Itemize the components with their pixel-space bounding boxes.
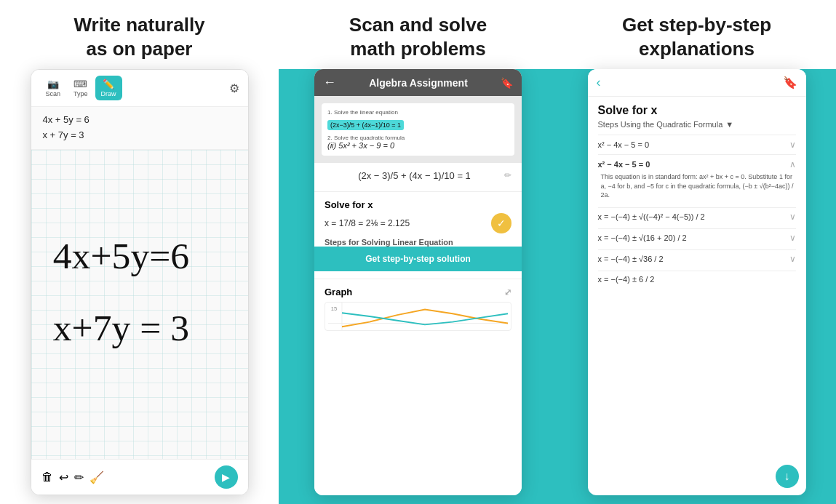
math-line-1: 4x + 5y = 6 (43, 113, 236, 128)
step-formula-eq-4: x = −(−4) ± 6 / 2 (598, 275, 655, 284)
chevron-icon-f1: ∨ (789, 212, 796, 222)
step-formula-eq-2: x = −(−4) ± √(16 + 20) / 2 (598, 233, 687, 242)
type-button[interactable]: ⌨ Type (68, 76, 94, 100)
keyboard-icon: ⌨ (73, 79, 87, 89)
graph-area: 15 (325, 302, 511, 331)
solve-value: x = 17/8 = 2⅛ = 2.125 (325, 218, 410, 228)
scroll-down-button[interactable]: ↓ (776, 465, 799, 488)
step-formula-eq-1: x = −(−4) ± √((−4)² − 4(−5)) / 2 (598, 212, 705, 221)
bookmark-icon[interactable]: 🔖 (501, 77, 513, 89)
graph-card: Graph ⤢ 15 (314, 279, 522, 495)
step-formula-1[interactable]: x = −(−4) ± √((−4)² − 4(−5)) / 2 ∨ (598, 207, 796, 225)
graph-title: Graph (325, 287, 352, 297)
expand-icon[interactable]: ⤢ (504, 287, 511, 297)
math-display: 4x + 5y = 6 x + 7y = 3 (31, 107, 248, 150)
header-title-2: Scan and solve math problems (293, 13, 543, 60)
step-formula-4[interactable]: x = −(−4) ± 6 / 2 (598, 271, 796, 287)
panel-scan: ← Algebra Assignment 🔖 1. Solve the line… (279, 69, 557, 504)
graph-svg: 15 (325, 303, 511, 330)
method-label: Steps Using the Quadratic Formula ▼ (598, 120, 796, 129)
bottom-tools: 🗑 ↩ ✏ 🧹 (41, 471, 104, 484)
draw-icon: ✏️ (103, 79, 114, 89)
phone-bottom-bar: 🗑 ↩ ✏ 🧹 ▶ (31, 459, 248, 495)
camera-icon: 📷 (47, 79, 59, 89)
solve-title: Solve for x (325, 199, 511, 210)
check-icon: ✓ (491, 213, 511, 233)
header: Write naturally as on paper Scan and sol… (0, 0, 836, 69)
steps-label: Steps for Solving Linear Equation (325, 238, 511, 247)
phone-toolbar: 📷 Scan ⌨ Type ✏️ Draw ⚙ (31, 70, 248, 107)
step-eq-2: x² − 4x − 5 = 0 (598, 160, 650, 169)
step-formula-eq-3: x = −(−4) ± √36 / 2 (598, 255, 664, 263)
panels: 📷 Scan ⌨ Type ✏️ Draw ⚙ 4x + 5y = 6 (0, 69, 836, 504)
header-col-2: Scan and solve math problems (279, 13, 557, 60)
header-col-3: Get step-by-step explanations (557, 13, 836, 60)
panel-steps: ‹ 🔖 Solve for x Steps Using the Quadrati… (557, 69, 836, 504)
scan-task-1: 1. Solve the linear equation (327, 109, 509, 116)
steps-phone-header: ‹ 🔖 (588, 69, 806, 97)
svg-text:4x+5y=6: 4x+5y=6 (52, 235, 188, 276)
handwriting-area[interactable]: 4x+5y=6 x+7y = 3 (31, 150, 248, 459)
header-col-1: Write naturally as on paper (0, 13, 279, 60)
back-button-steps[interactable]: ‹ (597, 75, 601, 90)
step-solution-button[interactable]: Get step-by-step solution (314, 247, 522, 271)
chevron-down-icon-1: ∨ (789, 140, 796, 150)
step-expanded-2: x² − 4x − 5 = 0 ∧ This equation is in st… (598, 154, 796, 207)
scan-label: Scan (46, 90, 61, 97)
back-button[interactable]: ← (323, 75, 336, 90)
result-card: ✏ (2x − 3)/5 + (4x − 1)/10 = 1 (314, 163, 522, 192)
partial-equation: (ii) 5x² + 3x − 9 = 0 (327, 141, 509, 150)
draw-button[interactable]: ✏️ Draw (95, 76, 122, 100)
scan-title: Algebra Assignment (343, 77, 493, 89)
highlighted-equation: (2x−3)/5 + (4x−1)/10 = 1 (327, 120, 404, 130)
step-row-1[interactable]: x² − 4x − 5 = 0 ∨ (598, 135, 796, 154)
chevron-icon-f2: ∨ (789, 233, 796, 243)
phone-write: 📷 Scan ⌨ Type ✏️ Draw ⚙ 4x + 5y = 6 (31, 69, 249, 495)
step-formula-3[interactable]: x = −(−4) ± √36 / 2 ∨ (598, 249, 796, 268)
bookmark-icon-steps[interactable]: 🔖 (783, 76, 797, 89)
step-eq-1: x² − 4x − 5 = 0 (598, 140, 650, 149)
type-label: Type (73, 90, 88, 97)
phone-steps: ‹ 🔖 Solve for x Steps Using the Quadrati… (588, 69, 806, 495)
steps-content: Solve for x Steps Using the Quadratic Fo… (588, 97, 806, 495)
step-formula-rows: x = −(−4) ± √((−4)² − 4(−5)) / 2 ∨ x = −… (598, 207, 796, 287)
scan-button[interactable]: 📷 Scan (40, 76, 67, 100)
solve-for-title: Solve for x (598, 104, 796, 117)
dropdown-icon[interactable]: ▼ (725, 120, 733, 129)
graph-title-row: Graph ⤢ (325, 287, 511, 297)
submit-button[interactable]: ▶ (215, 465, 238, 489)
solve-value-row: x = 17/8 = 2⅛ = 2.125 ✓ (325, 213, 511, 233)
header-title-3: Get step-by-step explanations (572, 13, 821, 60)
chevron-icon-f3: ∨ (789, 254, 796, 264)
svg-text:x+7y = 3: x+7y = 3 (52, 307, 188, 348)
draw-label: Draw (101, 90, 116, 97)
scan-preview: 1. Solve the linear equation (2x−3)/5 + … (314, 96, 522, 163)
results-area: ✏ (2x − 3)/5 + (4x − 1)/10 = 1 Solve for… (314, 163, 522, 495)
toolbar-left: 📷 Scan ⌨ Type ✏️ Draw (40, 76, 122, 100)
result-equation: (2x − 3)/5 + (4x − 1)/10 = 1 (325, 170, 511, 181)
step-formula-2[interactable]: x = −(−4) ± √(16 + 20) / 2 ∨ (598, 228, 796, 247)
trash-icon[interactable]: 🗑 (41, 471, 53, 484)
step-explanation: This equation is in standard form: ax² +… (598, 172, 796, 200)
header-title-1: Write naturally as on paper (15, 13, 264, 60)
solve-card: Solve for x x = 17/8 = 2⅛ = 2.125 ✓ Step… (314, 192, 522, 279)
eraser-icon[interactable]: 🧹 (89, 471, 104, 484)
edit-icon[interactable]: ✏ (504, 170, 511, 180)
handwriting-svg: 4x+5y=6 x+7y = 3 (31, 150, 248, 459)
scan-doc: 1. Solve the linear equation (2x−3)/5 + … (322, 103, 514, 156)
scan-header: ← Algebra Assignment 🔖 (314, 69, 522, 96)
svg-text:15: 15 (331, 305, 337, 312)
panel-write: 📷 Scan ⌨ Type ✏️ Draw ⚙ 4x + 5y = 6 (0, 69, 279, 504)
undo-icon[interactable]: ↩ (59, 471, 68, 484)
pencil-icon[interactable]: ✏ (74, 471, 84, 484)
scan-equation-highlight: (2x−3)/5 + (4x−1)/10 = 1 (327, 119, 509, 132)
chevron-up-icon-2[interactable]: ∧ (789, 159, 796, 169)
phone-scan: ← Algebra Assignment 🔖 1. Solve the line… (314, 69, 522, 495)
scan-task-2: 2. Solve the quadratic formula (327, 135, 509, 141)
math-line-2: x + 7y = 3 (43, 128, 236, 143)
settings-icon[interactable]: ⚙ (229, 81, 239, 95)
